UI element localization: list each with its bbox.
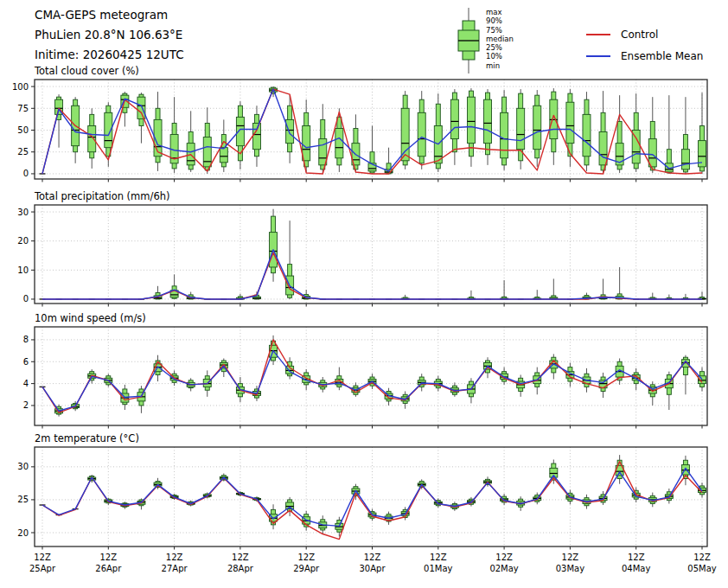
x-tick-date-label: 26Apr (95, 564, 122, 573)
panel-4: 2025302m temperature (°C) (17, 432, 707, 550)
x-tick-date-label: 30Apr (359, 564, 386, 573)
y-tick-label: 50 (17, 125, 29, 135)
y-tick-label: 75 (17, 104, 29, 113)
y-tick-label: 10 (17, 265, 29, 275)
x-tick-hour-label: 12Z (100, 553, 118, 562)
x-tick-hour-label: 12Z (562, 553, 579, 562)
y-tick-label: 30 (17, 208, 29, 217)
x-tick-date-label: 01May (424, 564, 452, 573)
y-tick-label: 2 (23, 400, 29, 410)
x-tick-hour-label: 12Z (693, 553, 711, 562)
x-tick-date-label: 28Apr (227, 564, 254, 573)
panel-title: 10m wind speed (m/s) (35, 312, 146, 324)
x-tick-date-label: 27Apr (162, 564, 188, 573)
y-tick-label: 20 (17, 528, 29, 538)
y-tick-label: 30 (17, 462, 29, 471)
meteogram-app: CMA-GEPS meteogram PhuLien 20.8°N 106.63… (0, 0, 728, 588)
x-tick-date-label: 29Apr (293, 564, 320, 573)
x-tick-hour-label: 12Z (364, 553, 381, 562)
x-tick-date-label: 25Apr (29, 564, 56, 573)
x-tick-date-label: 04May (622, 564, 650, 573)
y-tick-label: 0 (23, 294, 29, 304)
panel-2: 0102030Total precipitation (mm/6h) (17, 190, 707, 307)
x-tick-hour-label: 12Z (232, 553, 249, 562)
panel-title: Total cloud cover (%) (34, 65, 139, 77)
x-tick-hour-label: 12Z (430, 553, 447, 562)
x-tick-hour-label: 12Z (495, 553, 513, 562)
x-tick-hour-label: 12Z (628, 553, 645, 562)
panel-title: 2m temperature (°C) (35, 432, 139, 444)
meteogram-chart: 0255075100Total cloud cover (%)0102030To… (0, 0, 728, 588)
x-tick-date-label: 03May (556, 564, 584, 573)
y-tick-label: 25 (17, 495, 29, 504)
y-tick-label: 25 (17, 147, 29, 157)
y-tick-label: 20 (17, 236, 29, 246)
y-tick-label: 6 (23, 357, 29, 367)
panel-title: Total precipitation (mm/6h) (34, 190, 169, 202)
x-tick-date-label: 05May (687, 564, 716, 573)
panel-1: 0255075100Total cloud cover (%) (12, 65, 707, 182)
x-tick-hour-label: 12Z (297, 553, 315, 562)
y-tick-label: 100 (12, 82, 29, 92)
x-tick-date-label: 02May (489, 564, 518, 573)
y-tick-label: 8 (23, 335, 29, 344)
x-tick-hour-label: 12Z (34, 553, 51, 562)
panel-3: 246810m wind speed (m/s) (23, 312, 707, 429)
x-tick-hour-label: 12Z (166, 553, 183, 562)
y-tick-label: 0 (23, 169, 29, 178)
y-tick-label: 4 (23, 379, 29, 388)
